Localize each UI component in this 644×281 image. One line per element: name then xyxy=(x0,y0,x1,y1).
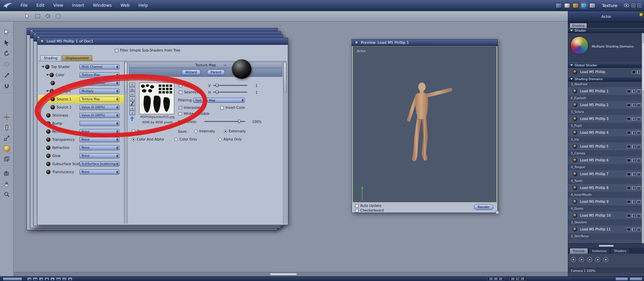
render-button[interactable]: Render xyxy=(474,204,493,210)
dropdown-stepper-icon[interactable] xyxy=(116,90,118,93)
region-tool-icon[interactable] xyxy=(56,14,61,18)
panel-scrollbar[interactable] xyxy=(283,61,287,224)
layers-icon[interactable] xyxy=(637,200,641,204)
camera-frame-icon[interactable] xyxy=(595,257,600,262)
shading-domain-group[interactable]: 4_Gums xyxy=(568,206,644,212)
mini-tool-button[interactable]: ≡ xyxy=(129,106,135,111)
magnet-tool-icon[interactable] xyxy=(2,82,11,91)
select-arrow-tool[interactable] xyxy=(2,28,11,36)
panel-options-icon[interactable] xyxy=(639,13,643,17)
grid-icon[interactable] xyxy=(632,145,636,148)
white-is-visible-checkbox[interactable] xyxy=(179,112,182,116)
dropdown-stepper-icon[interactable] xyxy=(116,162,118,165)
camera-tool-icon[interactable] xyxy=(2,169,11,178)
collapse-chevron-icon[interactable]: » xyxy=(224,62,226,68)
shader-tree-row[interactable]: Top Shader Multi Channel xyxy=(38,63,124,71)
shading-domain-group[interactable]: 2_SkinTorso xyxy=(568,233,644,239)
grid-icon[interactable] xyxy=(632,200,636,204)
shader-tree-row[interactable]: Shininess Value (0-100%) xyxy=(38,111,124,119)
dropdown-stepper-icon[interactable] xyxy=(116,98,118,101)
channel-type-dropdown[interactable]: Value (0-100%) xyxy=(80,105,119,110)
shader-tree-row[interactable]: Translucency None xyxy=(38,168,124,176)
camera-zoom-icon[interactable] xyxy=(587,257,592,262)
shading-domain-item[interactable]: Load M5 Phillip 11 xyxy=(568,225,644,233)
menu-item[interactable]: Help xyxy=(134,0,153,11)
sidebar-splitter[interactable] xyxy=(568,243,644,248)
global-shader-item[interactable]: Load M5 Phillip xyxy=(568,68,644,76)
channel-type-dropdown[interactable]: Texture Map xyxy=(80,72,119,77)
timeline-scope-dropdown[interactable] xyxy=(3,277,22,281)
wizard-button[interactable]: Wizard xyxy=(181,69,201,75)
shading-domain-group[interactable]: 5_Cornea xyxy=(568,151,644,156)
dropdown-stepper-icon[interactable] xyxy=(116,106,118,109)
shading-domain-group[interactable]: 4_InnerMouth xyxy=(568,192,644,198)
mini-tool-button[interactable]: ↔ xyxy=(129,92,135,96)
grid-icon[interactable] xyxy=(632,228,636,231)
shading-domain-group[interactable]: 3_SkinArm xyxy=(568,220,644,225)
dropdown-stepper-icon[interactable] xyxy=(242,99,244,102)
shader-tree-row[interactable]: Transparency None xyxy=(38,135,124,144)
sidebar-scrollbar[interactable] xyxy=(642,33,644,243)
dialog-tab[interactable]: Displacement xyxy=(62,55,93,61)
save-externally-radio[interactable] xyxy=(224,130,227,133)
dropdown-stepper-icon[interactable] xyxy=(116,170,118,174)
storyboard-room-icon[interactable] xyxy=(573,3,579,8)
close-window-icon[interactable] xyxy=(638,4,641,7)
monitor-icon[interactable] xyxy=(632,70,636,74)
texture-room-icon[interactable] xyxy=(581,3,587,8)
monitor-icon[interactable] xyxy=(627,186,631,190)
monitor-icon[interactable] xyxy=(627,159,631,162)
grid-icon[interactable] xyxy=(632,131,636,134)
shading-domain-item[interactable]: Load M5 Phillip 4 xyxy=(568,129,644,137)
monitor-icon[interactable] xyxy=(627,131,631,134)
camera-orbit-icon[interactable] xyxy=(571,257,576,262)
shading-domain-item[interactable]: Load M5 Phillip 6 xyxy=(568,156,644,164)
shading-domain-group[interactable]: 3_SkinFoot xyxy=(568,82,644,87)
dropdown-stepper-icon[interactable] xyxy=(116,122,118,125)
timeline-option-dropdown[interactable] xyxy=(615,277,628,281)
alpha-only-radio[interactable] xyxy=(218,138,222,141)
filtering-dropdown[interactable]: Fast Mip Map xyxy=(193,98,245,103)
sidebar-bottom-tab[interactable]: Instances xyxy=(589,248,610,254)
layers-icon[interactable] xyxy=(637,228,641,231)
filter-subshaders-checkbox[interactable] xyxy=(115,49,118,52)
layers-icon[interactable] xyxy=(637,214,641,217)
shader-tree-row[interactable]: Highlight Multiply xyxy=(38,87,124,95)
texture-map-header[interactable]: Texture Map » xyxy=(129,62,282,68)
channel-type-dropdown[interactable]: None xyxy=(80,129,119,134)
menu-item[interactable]: View xyxy=(49,0,68,11)
menu-item[interactable]: Windows xyxy=(89,0,116,11)
skip-start-icon[interactable]: |◀ xyxy=(27,277,32,281)
frame-back-icon[interactable]: ◀◀ xyxy=(33,277,38,281)
shading-domain-group[interactable]: 5_Sclera xyxy=(568,109,644,115)
canvas-h-scrollbar[interactable] xyxy=(13,272,568,276)
grid-icon[interactable] xyxy=(632,186,636,190)
color-and-alpha-radio[interactable] xyxy=(132,138,135,141)
grid-icon[interactable] xyxy=(637,70,641,74)
rotate-tool-icon[interactable] xyxy=(2,49,11,58)
auto-update-checkbox[interactable] xyxy=(355,204,359,208)
shading-domain-item[interactable]: Load M5 Phillip 1 xyxy=(568,87,644,95)
monitor-icon[interactable] xyxy=(627,214,631,217)
tree-scrollbar[interactable] xyxy=(124,61,128,224)
menu-item[interactable]: Web xyxy=(116,0,134,11)
channel-type-dropdown[interactable]: None xyxy=(80,145,119,150)
expander-icon[interactable] xyxy=(42,66,45,68)
dialog-tab[interactable]: Shading xyxy=(40,55,61,61)
seamlessly-checkbox[interactable] xyxy=(179,91,182,94)
dropdown-stepper-icon[interactable] xyxy=(116,138,118,141)
channel-type-dropdown[interactable]: Multi Channel xyxy=(80,64,119,69)
shading-domain-group[interactable]: 5_Iris xyxy=(568,137,644,143)
skip-end-icon[interactable]: ▶| xyxy=(62,277,67,281)
shading-domain-item[interactable]: Load M5 Phillip 2 xyxy=(568,101,644,109)
save-internally-radio[interactable] xyxy=(194,130,197,133)
channel-type-dropdown[interactable]: None xyxy=(80,153,119,158)
shader-tree-row[interactable]: Value (0-100%) xyxy=(38,79,124,87)
collapse-window-icon[interactable] xyxy=(632,4,635,7)
lasso-tool-icon[interactable] xyxy=(45,13,51,19)
cube-tool-icon[interactable] xyxy=(2,155,11,163)
brightness-slider[interactable] xyxy=(204,119,245,124)
shader-tree-row[interactable]: Reflection None xyxy=(38,127,124,135)
current-shader-ball-icon[interactable] xyxy=(2,144,11,153)
channel-type-dropdown[interactable]: None xyxy=(80,169,119,175)
